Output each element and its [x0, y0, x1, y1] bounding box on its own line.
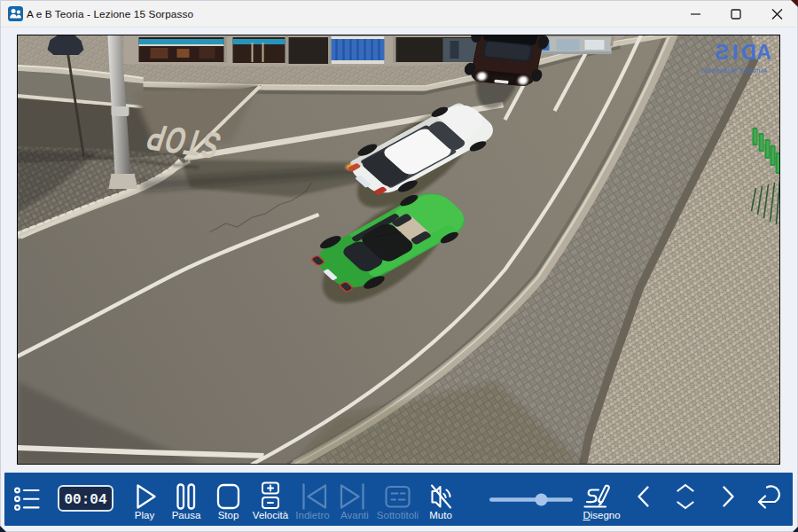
- svg-text:00:04: 00:04: [64, 492, 106, 508]
